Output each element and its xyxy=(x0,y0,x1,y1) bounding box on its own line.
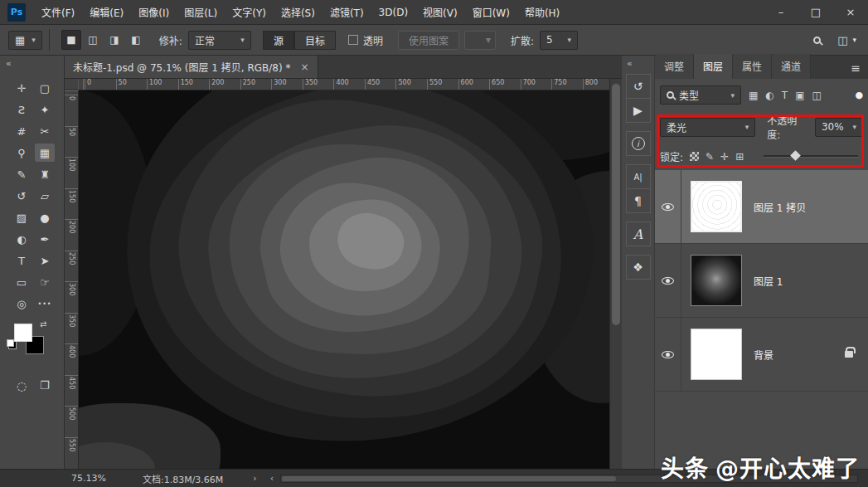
transparent-checkbox[interactable] xyxy=(348,35,358,45)
path-selection-tool[interactable]: ➤ xyxy=(35,251,55,270)
menu-view[interactable]: 视图(V) xyxy=(415,0,465,25)
menu-select[interactable]: 选择(S) xyxy=(274,0,322,25)
screen-mode-button[interactable]: ❐ xyxy=(40,379,50,392)
eyedropper-tool[interactable]: ⚲ xyxy=(12,144,32,162)
menu-edit[interactable]: 编辑(E) xyxy=(82,0,131,25)
character-panel-icon[interactable]: A| xyxy=(626,164,651,189)
tab-properties[interactable]: 属性 xyxy=(733,54,772,79)
filter-pixel-icon[interactable]: ▦ xyxy=(749,90,758,101)
dodge-tool[interactable]: ◐ xyxy=(12,230,32,248)
visibility-cell[interactable] xyxy=(655,170,681,243)
paragraph-panel-icon[interactable]: ¶ xyxy=(626,188,651,213)
menu-image[interactable]: 图像(I) xyxy=(131,0,177,25)
quick-mask-button[interactable]: ◌ xyxy=(17,379,27,392)
history-panel-icon[interactable]: ↺ xyxy=(626,74,651,99)
close-button[interactable]: × xyxy=(833,0,868,25)
menu-filter[interactable]: 滤镜(T) xyxy=(322,0,371,25)
hand-tool[interactable]: ☞ xyxy=(35,273,55,291)
maximize-button[interactable]: □ xyxy=(798,0,833,25)
lock-transparency-icon[interactable] xyxy=(690,152,699,161)
eye-icon[interactable] xyxy=(662,203,674,211)
history-brush-tool[interactable]: ↺ xyxy=(12,187,32,205)
subtract-selection-button[interactable]: ◨ xyxy=(104,30,124,50)
filter-type-icon[interactable]: T xyxy=(782,90,788,101)
tool-preset-picker[interactable]: ▦ ▾ xyxy=(8,31,42,50)
brush-tool[interactable]: ✎ xyxy=(12,165,32,183)
tab-channels[interactable]: 通道 xyxy=(772,54,811,79)
status-chevron-icon[interactable]: › xyxy=(253,473,256,484)
spread-dropdown[interactable]: 5 ▾ xyxy=(540,31,578,50)
menu-file[interactable]: 文件(F) xyxy=(34,0,82,25)
menu-help[interactable]: 帮助(H) xyxy=(517,0,567,25)
filter-type-dropdown[interactable]: 类型 ▾ xyxy=(660,85,741,105)
lock-position-icon[interactable]: ✛ xyxy=(720,151,729,163)
filter-smart-object-icon[interactable]: ◫ xyxy=(812,90,822,101)
close-tab-icon[interactable]: × xyxy=(300,61,308,73)
layer-row-layer1[interactable]: 图层 1 xyxy=(655,244,868,318)
foreground-color-swatch[interactable] xyxy=(14,324,32,342)
layer-name[interactable]: 图层 1 拷贝 xyxy=(754,200,806,214)
pen-tool[interactable]: ✒ xyxy=(35,230,55,248)
layer-name[interactable]: 图层 1 xyxy=(754,274,783,288)
photoshop-logo[interactable]: Ps xyxy=(7,3,26,22)
lock-pixels-icon[interactable]: ✎ xyxy=(706,151,714,163)
crop-tool[interactable]: # xyxy=(12,122,32,140)
patch-tool[interactable]: ▦ xyxy=(35,144,55,162)
opacity-dropdown[interactable]: 30% ▾ xyxy=(815,118,863,137)
search-icon[interactable] xyxy=(813,37,821,44)
clone-stamp-tool[interactable]: ♜ xyxy=(35,165,55,183)
intersect-selection-button[interactable]: ◧ xyxy=(126,30,146,50)
layer-row-background[interactable]: 背景 xyxy=(655,318,868,392)
zoom-tool[interactable]: ◎ xyxy=(12,295,32,313)
scroll-left-icon[interactable]: ‹ xyxy=(270,473,274,484)
layer-thumbnail[interactable] xyxy=(691,255,742,306)
edit-toolbar-button[interactable]: ••• xyxy=(35,295,55,313)
expand-panels-icon[interactable]: « xyxy=(627,58,633,69)
zoom-level[interactable]: 75.13% xyxy=(71,473,106,484)
filter-toggle-icon[interactable]: ● xyxy=(855,90,863,100)
slider-handle[interactable] xyxy=(790,150,801,161)
layer-name[interactable]: 背景 xyxy=(754,348,773,362)
menu-layer[interactable]: 图层(L) xyxy=(177,0,225,25)
move-tool[interactable]: ✛ xyxy=(12,79,32,97)
menu-3d[interactable]: 3D(D) xyxy=(371,0,415,25)
lasso-tool[interactable]: Ƨ xyxy=(12,100,32,119)
menu-window[interactable]: 窗口(W) xyxy=(465,0,517,25)
blur-tool[interactable]: ● xyxy=(35,208,55,226)
new-selection-button[interactable]: ■ xyxy=(61,30,81,50)
rectangle-tool[interactable]: ▭ xyxy=(12,273,32,291)
collapse-tools-icon[interactable]: « xyxy=(6,58,12,69)
eraser-tool[interactable]: ▱ xyxy=(35,187,55,205)
vertical-scrollbar[interactable] xyxy=(609,79,622,469)
tab-adjustments[interactable]: 调整 xyxy=(655,54,694,79)
filter-shape-icon[interactable]: ▣ xyxy=(795,90,804,101)
layer-thumbnail[interactable] xyxy=(691,329,742,380)
layer-thumbnail[interactable] xyxy=(691,181,742,232)
slice-tool[interactable]: ✂ xyxy=(35,122,55,140)
rect-marquee-tool[interactable]: ▢ xyxy=(35,79,55,97)
blend-mode-dropdown[interactable]: 柔光 ▾ xyxy=(660,118,755,137)
visibility-cell[interactable] xyxy=(655,318,681,391)
filter-adjustment-icon[interactable]: ◐ xyxy=(765,90,773,101)
glyphs-panel-icon[interactable]: A xyxy=(626,222,651,246)
gradient-tool[interactable]: ▨ xyxy=(12,208,32,226)
swap-colors-icon[interactable]: ⇄ xyxy=(40,319,46,329)
patch-mode-dropdown[interactable]: 正常 ▾ xyxy=(188,31,251,50)
visibility-cell[interactable] xyxy=(655,244,681,317)
menu-type[interactable]: 文字(Y) xyxy=(225,0,274,25)
eye-icon[interactable] xyxy=(662,277,674,285)
layer-row-layer1-copy[interactable]: 图层 1 拷贝 xyxy=(655,170,868,244)
scrollbar-thumb[interactable] xyxy=(282,476,616,481)
document-tab[interactable]: 未标题-1.psd @ 75.1% (图层 1 拷贝, RGB/8) * × xyxy=(65,56,318,78)
panel-menu-icon[interactable]: ≡ xyxy=(851,61,861,79)
tab-layers[interactable]: 图层 xyxy=(694,54,733,79)
info-panel-icon[interactable]: i xyxy=(626,131,651,156)
lock-artboard-icon[interactable]: ⊞ xyxy=(735,151,744,163)
add-selection-button[interactable]: ◫ xyxy=(83,30,103,50)
scrollbar-thumb[interactable] xyxy=(612,84,620,325)
3d-panel-icon[interactable]: ❖ xyxy=(626,255,651,280)
quick-selection-tool[interactable]: ✦ xyxy=(35,100,55,119)
target-button[interactable]: 目标 xyxy=(294,31,336,50)
eye-icon[interactable] xyxy=(662,351,674,358)
workspace-switcher[interactable]: ◫ ▾ xyxy=(837,34,856,46)
